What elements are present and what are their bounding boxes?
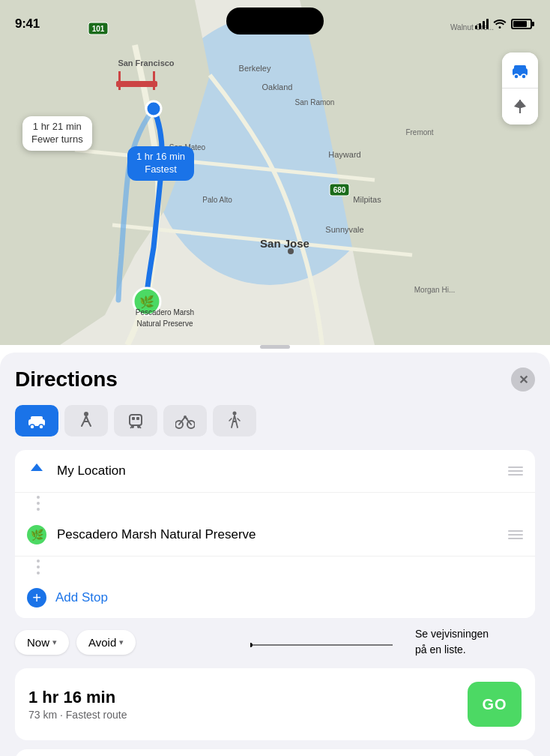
- annotation-text: Se vejvisningen på en liste.: [415, 626, 543, 658]
- svg-text:🌿: 🌿: [139, 295, 154, 309]
- svg-rect-5: [116, 81, 157, 87]
- route-label-primary-time: 1 hr 16 min: [136, 151, 185, 164]
- svg-rect-40: [130, 415, 142, 425]
- add-stop-row[interactable]: + Add Stop: [15, 578, 535, 618]
- route-card-fewer[interactable]: 1 hr 21 min GO: [15, 749, 535, 756]
- end-stop[interactable]: 🌿 Pescadero Marsh Natural Preserve: [15, 514, 535, 556]
- svg-text:Milpitas: Milpitas: [353, 195, 381, 204]
- end-stop-handle[interactable]: [508, 530, 523, 539]
- connector-dot: [37, 502, 40, 505]
- route-label-alternate-sub: Fewer turns: [31, 134, 83, 146]
- directions-title: Directions: [15, 368, 118, 392]
- svg-point-47: [184, 416, 187, 418]
- route-fastest-detail: 73 km · Fastest route: [28, 709, 456, 721]
- svg-text:Sunnyvale: Sunnyvale: [325, 225, 363, 234]
- connector-dot: [37, 508, 40, 511]
- svg-text:San Ramon: San Ramon: [295, 98, 335, 106]
- directions-sheet: Directions ✕: [0, 352, 550, 756]
- now-filter-label: Now: [27, 636, 49, 649]
- svg-text:San Jose: San Jose: [260, 237, 309, 250]
- now-filter[interactable]: Now ▾: [15, 630, 69, 655]
- transport-tabs: [15, 405, 535, 436]
- start-stop[interactable]: My Location: [15, 450, 535, 493]
- avoid-filter-label: Avoid: [88, 636, 116, 649]
- svg-text:Morgan Hi...: Morgan Hi...: [414, 286, 455, 294]
- svg-rect-7: [153, 71, 155, 90]
- svg-point-48: [233, 412, 237, 416]
- tab-walk[interactable]: [64, 405, 108, 436]
- location-icon: [27, 461, 46, 481]
- svg-rect-41: [132, 417, 135, 420]
- svg-text:Pescadero Marsh: Pescadero Marsh: [136, 308, 194, 316]
- svg-point-38: [39, 424, 43, 429]
- svg-text:Palo Alto: Palo Alto: [202, 196, 232, 204]
- svg-point-30: [288, 248, 294, 254]
- annotation: Se vejvisningen på en liste.: [415, 626, 543, 658]
- signal-icon: [475, 19, 489, 29]
- route-label-alternate-time: 1 hr 21 min: [31, 121, 83, 134]
- now-chevron-icon: ▾: [52, 638, 57, 647]
- route-stops: My Location 🌿 Pescadero Marsh Natural Pr…: [15, 450, 535, 618]
- svg-point-52: [250, 643, 253, 647]
- svg-rect-32: [514, 65, 526, 70]
- connector-dot: [37, 566, 40, 568]
- map-controls: [502, 52, 538, 124]
- sheet-handle[interactable]: [260, 345, 290, 349]
- svg-text:Hayward: Hayward: [328, 150, 360, 159]
- svg-text:Fremont: Fremont: [405, 128, 433, 136]
- svg-point-34: [522, 74, 526, 79]
- battery-icon: [511, 19, 532, 29]
- status-icons: [475, 18, 532, 31]
- avoid-chevron-icon: ▾: [119, 638, 124, 647]
- connector-dot: [37, 496, 40, 499]
- route-fastest-info: 1 hr 16 min 73 km · Fastest route: [28, 688, 456, 721]
- end-stop-name: Pescadero Marsh Natural Preserve: [57, 527, 498, 542]
- tab-transit[interactable]: [114, 405, 157, 436]
- car-mode-button[interactable]: [502, 52, 538, 88]
- svg-point-37: [30, 424, 34, 429]
- directions-header: Directions ✕: [15, 368, 535, 392]
- route-label-primary-sub: Fastest: [136, 164, 185, 176]
- dynamic-island: [226, 8, 324, 34]
- destination-icon: 🌿: [27, 525, 46, 544]
- map-view[interactable]: 🌿 San Francisco Berkeley Oakland San Ram…: [0, 0, 550, 345]
- route-card-fastest[interactable]: 1 hr 16 min 73 km · Fastest route GO: [15, 668, 535, 740]
- svg-point-33: [514, 74, 519, 79]
- tab-bike[interactable]: [163, 405, 207, 436]
- add-stop-label: Add Stop: [55, 590, 108, 605]
- svg-text:Natural Preserve: Natural Preserve: [136, 320, 193, 328]
- svg-text:San Francisco: San Francisco: [118, 58, 174, 68]
- annotation-line1: Se vejvisningen: [415, 628, 489, 640]
- tab-hike[interactable]: [213, 405, 256, 436]
- location-button[interactable]: [502, 88, 538, 124]
- svg-rect-42: [136, 417, 139, 420]
- svg-point-8: [146, 101, 161, 116]
- start-stop-handle[interactable]: [508, 466, 523, 476]
- svg-text:Berkeley: Berkeley: [239, 64, 271, 73]
- route-fastest-time: 1 hr 16 min: [28, 688, 456, 707]
- go-button-fastest[interactable]: GO: [468, 682, 522, 727]
- svg-rect-6: [118, 71, 121, 90]
- svg-text:680: 680: [333, 186, 346, 194]
- connector-dot: [37, 572, 40, 574]
- close-button[interactable]: ✕: [511, 368, 535, 392]
- svg-text:Oakland: Oakland: [262, 82, 293, 92]
- wifi-icon: [493, 18, 507, 31]
- svg-text:🌿: 🌿: [31, 529, 44, 542]
- connector-dot: [37, 560, 40, 562]
- route-label-alternate[interactable]: 1 hr 21 min Fewer turns: [22, 116, 92, 151]
- avoid-filter[interactable]: Avoid ▾: [76, 630, 136, 655]
- route-label-primary[interactable]: 1 hr 16 min Fastest: [127, 146, 194, 181]
- svg-rect-36: [31, 416, 43, 421]
- add-stop-icon: +: [27, 588, 46, 608]
- tab-car[interactable]: [15, 405, 58, 436]
- annotation-line2: på en liste.: [415, 644, 466, 656]
- status-time: 9:41: [15, 16, 40, 32]
- start-stop-name: My Location: [57, 464, 498, 478]
